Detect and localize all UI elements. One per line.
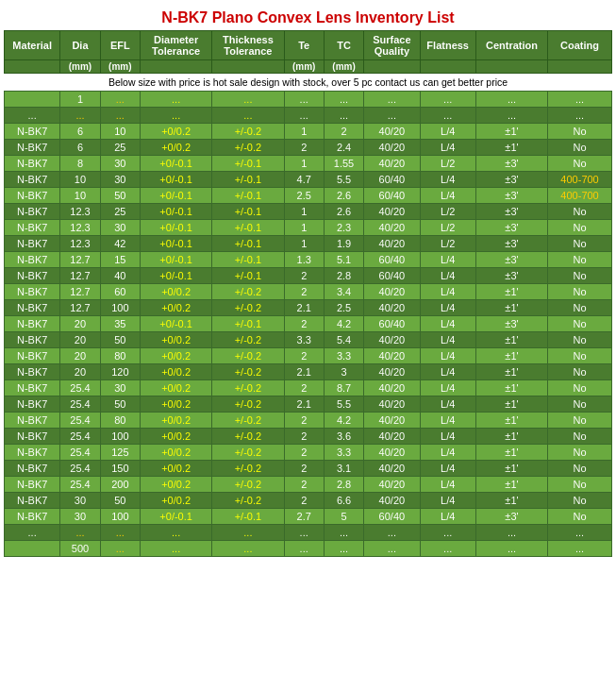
table-cell: 12.7 xyxy=(60,300,100,316)
table-cell: 1 xyxy=(284,220,324,236)
table-cell: ... xyxy=(284,92,324,108)
table-cell: 6.6 xyxy=(324,493,363,509)
table-cell: ±1' xyxy=(475,396,547,413)
table-cell: L/4 xyxy=(420,380,475,396)
table-cell: ±1' xyxy=(475,493,547,509)
table-cell: +/-0.1 xyxy=(212,236,284,252)
table-cell: ... xyxy=(420,541,475,557)
table-cell: L/4 xyxy=(420,252,475,268)
table-cell: 25 xyxy=(100,204,140,220)
table-cell: +0/0.2 xyxy=(141,477,212,493)
table-cell: N-BK7 xyxy=(5,396,60,413)
table-cell: L/4 xyxy=(420,445,475,461)
table-cell: ... xyxy=(141,108,212,124)
table-cell: L/4 xyxy=(420,284,475,300)
table-cell: N-BK7 xyxy=(5,284,60,300)
table-row: N-BK725.4150+0/0.2+/-0.223.140/20L/4±1'N… xyxy=(5,461,612,477)
table-cell: L/4 xyxy=(420,316,475,332)
table-cell: 8 xyxy=(60,156,100,172)
table-cell: 15 xyxy=(100,252,140,268)
header-row-2: (mm) (mm) (mm) (mm) xyxy=(5,60,612,74)
table-cell: 40/20 xyxy=(364,348,420,364)
header-row-1: Material Dia EFL Diameter Tolerance Thic… xyxy=(5,31,612,60)
table-row: N-BK712.715+0/-0.1+/-0.11.35.160/40L/4±3… xyxy=(5,252,612,268)
table-cell: 120 xyxy=(100,364,140,380)
table-cell: 30 xyxy=(100,156,140,172)
table-row: N-BK712.7100+0/0.2+/-0.22.12.540/20L/4±1… xyxy=(5,300,612,316)
header-efl: EFL xyxy=(100,31,140,60)
table-cell: +0/0.2 xyxy=(141,364,212,380)
table-row: N-BK73050+0/0.2+/-0.226.640/20L/4±1'No xyxy=(5,493,612,509)
table-cell: 5.5 xyxy=(324,396,363,413)
table-cell: 40/20 xyxy=(364,156,420,172)
table-cell: L/4 xyxy=(420,509,475,525)
table-cell: 12.3 xyxy=(60,236,100,252)
table-cell: 40/20 xyxy=(364,429,420,445)
table-cell: L/4 xyxy=(420,348,475,364)
table-row: N-BK712.325+0/-0.1+/-0.112.640/20L/2±3'N… xyxy=(5,204,612,220)
table-row: ................................. xyxy=(5,525,612,541)
table-cell: ... xyxy=(100,525,140,541)
table-cell: L/4 xyxy=(420,124,475,140)
table-cell: 30 xyxy=(100,380,140,396)
table-cell: 30 xyxy=(60,509,100,525)
table-row: N-BK7610+0/0.2+/-0.21240/20L/4±1'No xyxy=(5,124,612,140)
table-cell: ... xyxy=(475,525,547,541)
table-cell: N-BK7 xyxy=(5,461,60,477)
table-cell: ... xyxy=(212,92,284,108)
header-diatol: Diameter Tolerance xyxy=(141,31,212,60)
table-cell: 1.3 xyxy=(284,252,324,268)
table-cell: 30 xyxy=(100,172,140,188)
table-cell: +0/-0.1 xyxy=(141,252,212,268)
table-cell: 2.7 xyxy=(284,509,324,525)
table-cell: 6 xyxy=(60,140,100,156)
table-cell: 60/40 xyxy=(364,188,420,204)
table-cell: ±3' xyxy=(475,188,547,204)
table-cell: No xyxy=(548,348,612,364)
table-cell: ... xyxy=(420,108,475,124)
table-row: N-BK725.480+0/0.2+/-0.224.240/20L/4±1'No xyxy=(5,413,612,429)
table-cell: +0/-0.1 xyxy=(141,316,212,332)
table-cell: 2.8 xyxy=(324,268,363,284)
table-cell: L/2 xyxy=(420,156,475,172)
table-cell: +0/0.2 xyxy=(141,284,212,300)
table-cell: 2.1 xyxy=(284,396,324,413)
table-cell: L/2 xyxy=(420,204,475,220)
table-cell: 100 xyxy=(100,429,140,445)
table-cell: N-BK7 xyxy=(5,316,60,332)
table-cell: +0/0.2 xyxy=(141,413,212,429)
table-cell: N-BK7 xyxy=(5,220,60,236)
table-row: N-BK71050+0/-0.1+/-0.12.52.660/40L/4±3'4… xyxy=(5,188,612,204)
table-cell: +/-0.1 xyxy=(212,172,284,188)
table-cell: ... xyxy=(100,541,140,557)
subheader-2: (mm) xyxy=(100,60,140,74)
subheader-3 xyxy=(141,60,212,74)
table-cell: No xyxy=(548,124,612,140)
table-row: N-BK720120+0/0.2+/-0.22.1340/20L/4±1'No xyxy=(5,364,612,380)
table-row: N-BK725.450+0/0.2+/-0.22.15.540/20L/4±1'… xyxy=(5,396,612,413)
table-cell: 100 xyxy=(100,300,140,316)
table-cell: ±1' xyxy=(475,445,547,461)
table-cell: N-BK7 xyxy=(5,429,60,445)
table-cell: +0/-0.1 xyxy=(141,156,212,172)
table-cell: ±1' xyxy=(475,364,547,380)
table-cell: ... xyxy=(212,541,284,557)
table-cell: ... xyxy=(324,108,363,124)
notice-row: Below size with price is hot sale design… xyxy=(5,74,612,92)
table-row: ................................. xyxy=(5,108,612,124)
table-cell: N-BK7 xyxy=(5,493,60,509)
table-cell: 200 xyxy=(100,477,140,493)
table-cell: 2.6 xyxy=(324,188,363,204)
table-cell: ±3' xyxy=(475,220,547,236)
table-cell: L/4 xyxy=(420,332,475,348)
table-cell: L/4 xyxy=(420,413,475,429)
table-cell: 60/40 xyxy=(364,172,420,188)
table-cell: 40/20 xyxy=(364,380,420,396)
table-cell: 40/20 xyxy=(364,300,420,316)
table-cell: ... xyxy=(100,108,140,124)
table-cell: +0/0.2 xyxy=(141,396,212,413)
table-cell: 40/20 xyxy=(364,140,420,156)
table-cell: N-BK7 xyxy=(5,300,60,316)
table-cell: ±1' xyxy=(475,124,547,140)
table-cell: 2 xyxy=(284,493,324,509)
